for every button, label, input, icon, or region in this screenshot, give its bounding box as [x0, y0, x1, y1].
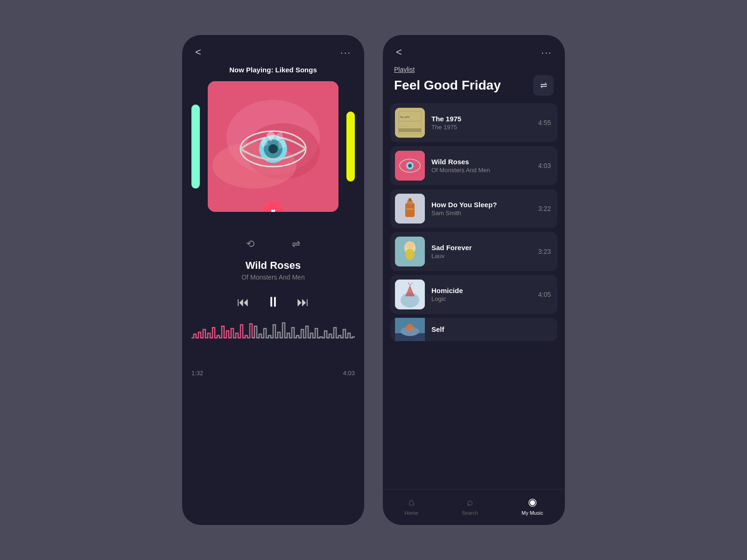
track-thumb [395, 280, 425, 309]
home-icon: ⌂ [409, 496, 415, 508]
song-artist: Of Monsters And Men [182, 273, 364, 281]
svg-rect-12 [395, 108, 425, 138]
nav-home[interactable]: ⌂ Home [405, 496, 418, 516]
track-duration: 4:05 [538, 291, 551, 298]
track-info: How Do You Sleep? Sam Smith [431, 201, 532, 217]
track-artist: Logic [431, 295, 532, 302]
album-art-inner [208, 81, 338, 212]
track-info: The 1975 The 1975 [431, 115, 532, 131]
more-button[interactable]: ··· [340, 47, 351, 58]
track-duration: 4:03 [538, 162, 551, 169]
right-phone: < ··· Playlist Feel Good Friday ⇌ The 19… [383, 35, 565, 525]
track-thumb: The 1975 — — — [395, 108, 425, 138]
playlist-header: Feel Good Friday ⇌ [383, 73, 565, 103]
track-thumb [395, 318, 425, 341]
track-info: Self [431, 325, 544, 334]
bottom-nav: ⌂ Home ⌕ Search ◉ My Music [383, 489, 565, 525]
track-item[interactable]: Self [390, 318, 557, 341]
track-art-svg [395, 280, 425, 309]
right-back-button[interactable]: < [396, 46, 402, 58]
svg-text:The 1975: The 1975 [400, 116, 409, 119]
right-header: < ··· [383, 35, 565, 64]
track-art-svg [395, 194, 425, 224]
playlist-label: Playlist [383, 66, 565, 73]
waveform-svg [191, 319, 355, 357]
track-list: The 1975 — — — The 1975 The 1975 4:55 [383, 103, 565, 485]
controls-row: ⟲ ⇌ [182, 221, 364, 256]
track-name: Sad Forever [431, 244, 532, 252]
track-duration: 3:23 [538, 248, 551, 255]
track-item[interactable]: Wild Roses Of Monsters And Men 4:03 [390, 146, 557, 185]
svg-point-30 [406, 241, 414, 249]
now-playing-label: Now Playing: Liked Songs [182, 64, 364, 81]
track-thumb [395, 237, 425, 266]
waveform-container [182, 310, 364, 366]
track-art-svg: The 1975 — — — [395, 108, 425, 138]
side-bar-right [346, 112, 355, 182]
nav-search[interactable]: ⌕ Search [462, 496, 478, 516]
track-info: Homicide Logic [431, 287, 532, 302]
track-art-svg [395, 237, 425, 266]
nav-home-label: Home [405, 510, 418, 516]
track-item[interactable]: The 1975 — — — The 1975 The 1975 4:55 [390, 103, 557, 142]
svg-rect-23 [405, 203, 415, 217]
album-art-wrapper [182, 81, 364, 212]
svg-point-7 [268, 144, 278, 154]
track-info: Sad Forever Lauv [431, 244, 532, 259]
track-item[interactable]: Sad Forever Lauv 3:23 [390, 232, 557, 271]
current-time: 1:32 [191, 370, 203, 377]
track-art-svg [395, 318, 425, 341]
next-button[interactable]: ⏭ [297, 295, 309, 309]
album-art [208, 81, 338, 212]
prev-button[interactable]: ⏮ [237, 295, 249, 309]
svg-point-21 [408, 164, 412, 168]
svg-point-38 [406, 324, 414, 331]
play-pause-button[interactable]: ⏸ [266, 294, 280, 310]
nav-my-music-label: My Music [521, 510, 543, 516]
repeat-button[interactable]: ⟲ [246, 238, 254, 250]
track-info: Wild Roses Of Monsters And Men [431, 158, 532, 174]
left-header: < ··· [182, 35, 364, 64]
my-music-icon: ◉ [528, 496, 537, 508]
svg-rect-17 [399, 128, 421, 132]
album-art-svg [208, 81, 338, 212]
track-artist: Lauv [431, 252, 532, 259]
side-bar-left [191, 105, 200, 189]
track-duration: 3:22 [538, 205, 551, 212]
track-thumb [395, 151, 425, 181]
track-name: Self [431, 325, 544, 333]
track-name: Homicide [431, 287, 532, 294]
track-artist: Sam Smith [431, 210, 532, 217]
track-name: How Do You Sleep? [431, 201, 532, 209]
track-duration: 4:55 [538, 119, 551, 126]
nav-search-label: Search [462, 510, 478, 516]
svg-rect-25 [409, 198, 411, 201]
right-more-button[interactable]: ··· [541, 47, 552, 58]
left-phone: < ··· Now Playing: Liked Songs [182, 35, 364, 525]
track-art-svg [395, 151, 425, 181]
time-row: 1:32 4:03 [182, 366, 364, 380]
shuffle-button[interactable]: ⇌ [292, 238, 300, 250]
back-button[interactable]: < [195, 46, 201, 58]
playback-controls: ⏮ ⏸ ⏭ [182, 294, 364, 310]
track-thumb [395, 194, 425, 224]
track-item[interactable]: Homicide Logic 4:05 [390, 275, 557, 314]
total-time: 4:03 [343, 370, 355, 377]
song-title: Wild Roses [182, 259, 364, 272]
svg-rect-15 [399, 121, 421, 121]
nav-my-music[interactable]: ◉ My Music [521, 496, 543, 516]
shuffle-button[interactable]: ⇌ [533, 75, 554, 96]
track-artist: The 1975 [431, 124, 532, 131]
playlist-title: Feel Good Friday [394, 78, 501, 93]
track-artist: Of Monsters And Men [431, 167, 532, 174]
track-name: Wild Roses [431, 158, 532, 166]
svg-point-29 [405, 249, 415, 260]
svg-text:— — —: — — — [400, 125, 406, 127]
track-name: The 1975 [431, 115, 532, 123]
search-icon: ⌕ [467, 496, 473, 508]
svg-rect-26 [406, 209, 414, 210]
track-item[interactable]: How Do You Sleep? Sam Smith 3:22 [390, 189, 557, 228]
